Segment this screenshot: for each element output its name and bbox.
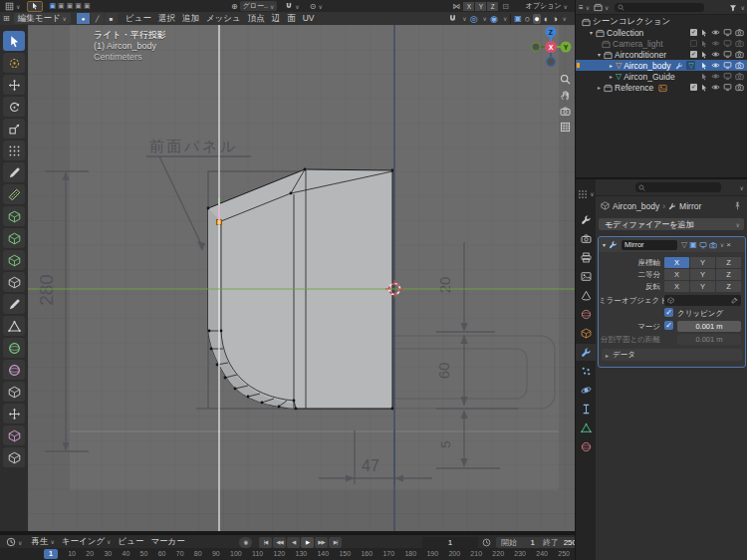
snap-toggle-button[interactable]: ∨ [282, 1, 302, 11]
mode-dropdown[interactable]: 編集モード∨ [14, 13, 71, 24]
mirror-y-toggle[interactable]: Y [475, 2, 486, 11]
tab-object-data[interactable] [576, 420, 597, 436]
disclosure-icon[interactable]: ▾ [590, 29, 593, 36]
tool-knife[interactable] [3, 294, 25, 314]
eyedropper-icon[interactable] [731, 297, 738, 304]
disclosure-icon[interactable]: ▾ [598, 51, 601, 58]
merge-threshold-slider[interactable]: 0.001 m [677, 321, 741, 332]
tool-cursor[interactable] [3, 53, 25, 73]
merge-checkbox[interactable]: ✓ [664, 321, 673, 330]
hide-eye-icon[interactable] [711, 28, 720, 37]
tool-shrink-fatten[interactable] [3, 404, 25, 423]
breadcrumb-modifier[interactable]: Mirror [679, 201, 701, 211]
tab-output[interactable] [576, 249, 597, 266]
menu-playback[interactable]: 再生∨ [31, 536, 54, 548]
tool-measure[interactable] [3, 184, 25, 204]
chevron-down-icon[interactable]: ∨ [740, 184, 744, 191]
timeline-editor-type-button[interactable]: ∨ [3, 537, 25, 547]
editor-type-icon[interactable]: ⊞ [3, 14, 10, 23]
select-mode-set-icon[interactable]: ▣ [49, 2, 58, 9]
pin-icon[interactable] [733, 201, 742, 210]
face-select-mode-button[interactable]: ■ [105, 13, 118, 24]
gizmo-z-neg-axis[interactable] [547, 58, 555, 66]
selectable-icon[interactable] [700, 29, 708, 37]
render-disable-icon[interactable] [735, 28, 744, 37]
menu-view[interactable]: ビュー [119, 536, 144, 548]
menu-item[interactable]: メッシュ [206, 13, 241, 25]
flip-z-toggle[interactable]: Z [716, 281, 741, 292]
tool-bevel[interactable] [3, 250, 25, 270]
tab-render[interactable] [576, 230, 597, 247]
modifier-wrench-icon[interactable] [675, 62, 683, 70]
selectable-icon[interactable] [700, 62, 708, 70]
viewport-disable-icon[interactable] [723, 28, 732, 37]
transform-orientation-dropdown[interactable]: グロー..∨ [240, 1, 278, 11]
play-button[interactable]: ▶ [301, 537, 314, 548]
tab-view-layer[interactable] [576, 268, 597, 285]
shading-solid-icon[interactable]: ● [533, 14, 540, 24]
tab-physics[interactable] [576, 382, 597, 399]
prev-keyframe-button[interactable]: ◀◀ [273, 537, 286, 548]
timeline-ruler[interactable]: 1102030405060708090100110120130140150160… [0, 548, 575, 560]
menu-item[interactable]: 面 [287, 13, 296, 25]
funnel-filter-icon[interactable] [729, 0, 737, 16]
navigation-gizmo[interactable]: Z Y X [529, 25, 573, 69]
tool-move[interactable] [3, 75, 25, 95]
tab-constraints[interactable] [576, 401, 597, 418]
shading-wireframe-icon[interactable]: ○ [525, 14, 530, 24]
clipping-checkbox[interactable]: ✓ [664, 308, 673, 317]
panel-expand-icon[interactable]: ▾ [603, 241, 606, 248]
tab-scene[interactable] [576, 287, 597, 304]
viewport-disable-icon[interactable] [723, 83, 732, 92]
menu-item[interactable]: ビュー [125, 13, 151, 25]
render-disable-icon[interactable] [735, 50, 744, 59]
vertex-select-mode-button[interactable]: ● [77, 13, 90, 24]
outliner-search-input[interactable] [615, 3, 704, 12]
menu-marker[interactable]: マーカー [150, 536, 184, 548]
tool-transform[interactable] [3, 140, 25, 160]
selectable-icon[interactable] [700, 51, 708, 59]
shading-rendered-icon[interactable]: ◑ [552, 14, 557, 24]
flip-x-toggle[interactable]: X [664, 281, 689, 292]
modifier-name-field[interactable]: Mirror [622, 240, 677, 250]
tool-rotate[interactable] [3, 97, 25, 117]
bisect-z-toggle[interactable]: Z [716, 269, 741, 280]
display-edit-mode-toggle[interactable]: ▣ [689, 240, 697, 249]
proportional-editing-icon[interactable]: ◎ [470, 14, 478, 24]
data-subpanel-header[interactable]: ▸ データ [602, 349, 742, 361]
outliner-row-camera-light[interactable]: Camera_light [576, 38, 747, 49]
tool-loop-cut[interactable] [3, 272, 25, 292]
gizmo-y-neg-axis[interactable] [532, 43, 540, 51]
outliner-display-mode-icon[interactable] [594, 0, 603, 16]
menu-item[interactable]: 選択 [158, 13, 175, 25]
display-render-toggle[interactable] [709, 241, 717, 249]
tab-object[interactable] [576, 325, 597, 342]
tool-inset-faces[interactable] [3, 228, 25, 248]
preview-range-button[interactable] [482, 537, 491, 547]
menu-item[interactable]: 辺 [272, 13, 281, 25]
edge-select-mode-button[interactable]: ╱ [91, 13, 104, 24]
menu-item[interactable]: 追加 [182, 13, 199, 25]
properties-search-input[interactable] [635, 182, 721, 192]
select-mode-invert-icon[interactable]: ▣ [75, 2, 84, 9]
pan-view-button[interactable] [557, 88, 573, 102]
outliner-row-aircon-guide[interactable]: ▸ ▽ Aircon_Guide [576, 71, 747, 82]
axis-x-toggle[interactable]: X [664, 257, 689, 268]
tool-smooth[interactable] [3, 360, 25, 380]
tool-extrude[interactable] [3, 206, 25, 226]
viewport-3d[interactable]: 前面パネル 280 20 60 5 47 [28, 25, 575, 531]
menu-item[interactable]: 頂点 [248, 13, 265, 25]
mirror-x-toggle[interactable]: X [463, 2, 474, 11]
modifier-close-icon[interactable]: × [726, 240, 731, 249]
axis-z-toggle[interactable]: Z [716, 257, 741, 268]
disclosure-icon[interactable]: ▸ [598, 84, 601, 91]
render-disable-icon[interactable] [735, 39, 744, 48]
breadcrumb-object[interactable]: Aircon_body [613, 201, 659, 211]
pivot-point-dropdown[interactable]: ⊙∨ [307, 1, 326, 11]
tab-world[interactable] [576, 306, 597, 323]
modifier-extras-dropdown[interactable]: ∨ [720, 241, 724, 248]
select-mode-extend-icon[interactable]: ▣ [58, 2, 67, 9]
render-disable-icon[interactable] [735, 61, 744, 70]
tab-material[interactable] [576, 438, 597, 455]
play-reverse-button[interactable]: ◀ [287, 537, 300, 548]
